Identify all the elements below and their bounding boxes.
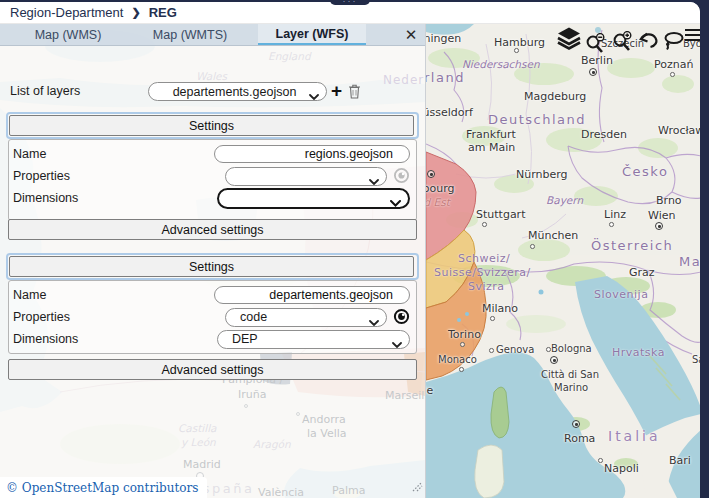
properties-select[interactable]: [225, 167, 387, 186]
name-row: Name: [9, 284, 416, 306]
map-svg: [426, 24, 700, 498]
zoom-in-button[interactable]: [612, 31, 633, 55]
menu-icon: [685, 31, 700, 46]
zoom-out-button[interactable]: [585, 33, 606, 57]
chevron-down-icon: [369, 315, 379, 329]
lasso-icon: [662, 40, 685, 55]
app-window: Region-Department ❯ REG: [0, 2, 700, 498]
dimensions-row: Dimensions DEP: [9, 328, 416, 350]
osm-attribution-link[interactable]: © OpenStreetMap contributors: [6, 481, 198, 495]
tab-layer-wfs[interactable]: Layer (WFS): [258, 24, 366, 45]
visibility-toggle-enabled[interactable]: [392, 308, 410, 326]
breadcrumb-project[interactable]: Region-Department: [10, 5, 123, 20]
close-icon[interactable]: ✕: [401, 24, 421, 46]
menu-button[interactable]: [685, 28, 700, 46]
layer-settings-group-2: Name Properties code: [8, 280, 417, 354]
chevron-down-icon: [309, 89, 319, 103]
trash-icon: [348, 87, 361, 102]
resize-grip-icon[interactable]: [411, 478, 423, 496]
settings-focus-ring: Settings: [6, 112, 419, 139]
layer-wfs-panel: EnglandWalesNederlandParisRennesAquitain…: [0, 24, 425, 498]
layer-settings-group-1: Name Properties: [8, 139, 417, 221]
list-of-layers-row: List of layers departements.geojson +: [0, 80, 425, 104]
eye-icon: [393, 172, 410, 187]
map-preview[interactable]: GroningenHamburgSzczecinBydgoszczBerlinP…: [425, 24, 700, 498]
undo-button[interactable]: [638, 31, 660, 53]
settings-focus-ring: Settings: [6, 253, 419, 280]
zoom-out-icon: [585, 42, 606, 57]
layer-select[interactable]: departements.geojson: [148, 82, 327, 101]
dimensions-label: Dimensions: [13, 332, 217, 346]
eye-icon: [393, 313, 410, 328]
window-drag-handle[interactable]: ···: [330, 0, 370, 5]
list-of-layers-label: List of layers: [10, 84, 80, 98]
advanced-settings-button-1[interactable]: Advanced settings: [8, 219, 417, 240]
dimensions-select[interactable]: DEP: [217, 330, 410, 349]
properties-row: Properties: [9, 165, 416, 187]
settings-button-1[interactable]: Settings: [9, 115, 414, 136]
chevron-down-icon: [390, 196, 401, 210]
layer-settings-form: List of layers departements.geojson +: [0, 24, 425, 498]
dimensions-label: Dimensions: [13, 191, 217, 205]
name-label: Name: [13, 288, 214, 302]
chevron-down-icon: [392, 337, 402, 351]
panel-tabs: Map (WMS) Map (WMTS) Layer (WFS) ✕: [0, 24, 425, 46]
map-attribution: © OpenStreetMap contributors: [0, 477, 207, 498]
chevron-down-icon: [369, 174, 379, 188]
tab-map-wms[interactable]: Map (WMS): [14, 24, 122, 45]
name-input[interactable]: [214, 145, 410, 163]
properties-row: Properties code: [9, 306, 416, 328]
delete-layer-button[interactable]: [348, 83, 361, 102]
advanced-settings-button-2[interactable]: Advanced settings: [8, 359, 417, 380]
map-toolbar: [426, 24, 700, 54]
name-input[interactable]: [214, 286, 410, 304]
visibility-toggle-disabled[interactable]: [392, 167, 410, 185]
add-layer-button[interactable]: +: [331, 81, 342, 101]
settings-button-2[interactable]: Settings: [9, 256, 414, 277]
name-row: Name: [9, 143, 416, 165]
layers-icon: [556, 38, 582, 53]
breadcrumb-chevron-icon: ❯: [131, 6, 140, 19]
dimensions-select[interactable]: [217, 188, 410, 209]
breadcrumb-current: REG: [149, 5, 177, 20]
properties-label: Properties: [13, 169, 225, 183]
layers-button[interactable]: [556, 26, 582, 53]
properties-label: Properties: [13, 310, 225, 324]
properties-select[interactable]: code: [225, 308, 387, 327]
name-label: Name: [13, 147, 214, 161]
dimensions-row: Dimensions: [9, 187, 416, 209]
zoom-in-icon: [612, 40, 633, 55]
tab-map-wmts[interactable]: Map (WMTS): [136, 24, 244, 45]
main-content: EnglandWalesNederlandParisRennesAquitain…: [0, 24, 700, 498]
undo-arrow-icon: [638, 38, 660, 53]
lasso-button[interactable]: [662, 31, 685, 55]
